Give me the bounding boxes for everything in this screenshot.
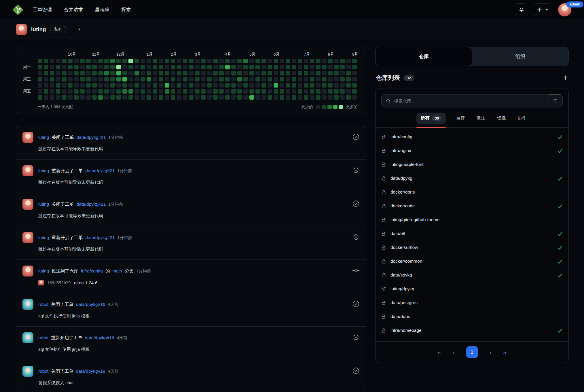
heatmap-cell[interactable] bbox=[352, 77, 357, 82]
heatmap-cell[interactable] bbox=[292, 89, 296, 94]
heatmap-cell[interactable] bbox=[98, 83, 103, 88]
heatmap-cell[interactable] bbox=[280, 59, 284, 63]
heatmap-cell[interactable] bbox=[255, 77, 260, 82]
heatmap-cell[interactable] bbox=[298, 59, 302, 63]
heatmap-cell[interactable] bbox=[141, 95, 145, 100]
heatmap-cell[interactable] bbox=[225, 65, 230, 69]
heatmap-cell[interactable] bbox=[147, 83, 151, 88]
avatar[interactable] bbox=[22, 165, 33, 176]
heatmap-cell[interactable] bbox=[268, 59, 272, 63]
heatmap-cell[interactable] bbox=[310, 71, 314, 75]
heatmap-cell[interactable] bbox=[86, 89, 91, 94]
heatmap-cell[interactable] bbox=[322, 59, 327, 63]
heatmap-cell[interactable] bbox=[189, 77, 194, 82]
heatmap-cell[interactable] bbox=[122, 59, 127, 63]
heatmap-cell[interactable] bbox=[298, 77, 302, 82]
heatmap-cell[interactable] bbox=[219, 71, 224, 75]
create-new-button[interactable] bbox=[533, 3, 552, 16]
heatmap-cell[interactable] bbox=[68, 89, 73, 94]
heatmap-cell[interactable] bbox=[171, 65, 175, 69]
heatmap-cell[interactable] bbox=[141, 71, 145, 75]
heatmap-cell[interactable] bbox=[346, 95, 351, 100]
heatmap-cell[interactable] bbox=[292, 65, 296, 69]
repo-link[interactable]: data/etl bbox=[390, 231, 405, 236]
heatmap-cell[interactable] bbox=[286, 71, 290, 75]
heatmap-cell[interactable] bbox=[340, 95, 345, 100]
heatmap-cell[interactable] bbox=[110, 71, 115, 75]
heatmap-cell[interactable] bbox=[80, 89, 85, 94]
repo-link[interactable]: infra/homepage bbox=[390, 328, 422, 333]
heatmap-cell[interactable] bbox=[104, 65, 109, 69]
repo-row[interactable]: data/postgres bbox=[381, 296, 563, 310]
heatmap-cell[interactable] bbox=[86, 77, 91, 82]
heatmap-cell[interactable] bbox=[225, 89, 230, 94]
pagination-prev[interactable]: ‹ bbox=[453, 349, 455, 356]
heatmap-cell[interactable] bbox=[231, 65, 236, 69]
heatmap-cell[interactable] bbox=[298, 83, 302, 88]
heatmap-cell[interactable] bbox=[74, 95, 79, 100]
heatmap-cell[interactable] bbox=[44, 95, 48, 100]
heatmap-cell[interactable] bbox=[316, 95, 321, 100]
heatmap-cell[interactable] bbox=[310, 59, 314, 63]
heatmap-cell[interactable] bbox=[110, 65, 115, 69]
pagination-first[interactable]: « bbox=[438, 349, 441, 356]
heatmap-cell[interactable] bbox=[116, 89, 121, 94]
heatmap-cell[interactable] bbox=[62, 95, 67, 100]
heatmap-cell[interactable] bbox=[352, 83, 357, 88]
heatmap-cell[interactable] bbox=[201, 83, 206, 88]
heatmap-cell[interactable] bbox=[110, 83, 115, 88]
avatar[interactable] bbox=[22, 132, 33, 143]
heatmap-cell[interactable] bbox=[92, 95, 97, 100]
avatar[interactable] bbox=[22, 366, 33, 377]
heatmap-cell[interactable] bbox=[310, 83, 314, 88]
heatmap-cell[interactable] bbox=[189, 71, 194, 75]
repo-filter-4[interactable]: 协作 bbox=[516, 113, 528, 124]
heatmap-cell[interactable] bbox=[249, 89, 254, 94]
heatmap-cell[interactable] bbox=[261, 77, 266, 82]
repo-link[interactable]: infra/nginx bbox=[390, 148, 411, 153]
heatmap-cell[interactable] bbox=[116, 95, 121, 100]
heatmap-cell[interactable] bbox=[128, 77, 133, 82]
repo-link[interactable]: docker/code bbox=[390, 203, 415, 209]
heatmap-cell[interactable] bbox=[74, 65, 79, 69]
heatmap-cell[interactable] bbox=[286, 83, 290, 88]
repo-row[interactable]: luting/maple-font bbox=[381, 158, 563, 171]
heatmap-cell[interactable] bbox=[165, 95, 169, 100]
heatmap-cell[interactable] bbox=[340, 77, 345, 82]
heatmap-cell[interactable] bbox=[92, 71, 97, 75]
heatmap-cell[interactable] bbox=[153, 89, 157, 94]
heatmap-cell[interactable] bbox=[255, 95, 260, 100]
heatmap-cell[interactable] bbox=[141, 89, 145, 94]
heatmap-cell[interactable] bbox=[159, 83, 163, 88]
heatmap-cell[interactable] bbox=[50, 77, 54, 82]
feed-target-link[interactable]: data/dpykg#21 bbox=[77, 202, 106, 207]
heatmap-cell[interactable] bbox=[286, 59, 290, 63]
heatmap-cell[interactable] bbox=[334, 95, 339, 100]
heatmap-cell[interactable] bbox=[249, 77, 254, 82]
heatmap-cell[interactable] bbox=[38, 59, 42, 63]
heatmap-cell[interactable] bbox=[231, 95, 236, 100]
heatmap-cell[interactable] bbox=[237, 71, 242, 75]
feed-target-link[interactable]: data/dpykg#21 bbox=[86, 168, 115, 173]
heatmap-cell[interactable] bbox=[274, 77, 278, 82]
new-repo-button[interactable] bbox=[563, 75, 568, 81]
heatmap-cell[interactable] bbox=[56, 83, 60, 88]
heatmap-cell[interactable] bbox=[207, 59, 212, 63]
heatmap-cell[interactable] bbox=[310, 95, 314, 100]
context-switcher-caret-icon[interactable]: ▼ bbox=[78, 27, 81, 31]
nav-item-3[interactable]: 探索 bbox=[122, 7, 131, 13]
feed-user-link[interactable]: luting bbox=[38, 168, 49, 173]
heatmap-cell[interactable] bbox=[165, 71, 169, 75]
heatmap-cell[interactable] bbox=[231, 83, 236, 88]
repo-row[interactable]: data/etl bbox=[381, 227, 563, 240]
heatmap-cell[interactable] bbox=[56, 95, 60, 100]
heatmap-cell[interactable] bbox=[328, 59, 333, 63]
repo-row[interactable]: luting/dpykg bbox=[381, 282, 563, 296]
heatmap-cell[interactable] bbox=[183, 65, 187, 69]
heatmap-cell[interactable] bbox=[243, 83, 248, 88]
heatmap-cell[interactable] bbox=[237, 89, 242, 94]
heatmap-cell[interactable] bbox=[207, 95, 212, 100]
heatmap-cell[interactable] bbox=[346, 89, 351, 94]
heatmap-cell[interactable] bbox=[219, 89, 224, 94]
heatmap-cell[interactable] bbox=[340, 71, 345, 75]
